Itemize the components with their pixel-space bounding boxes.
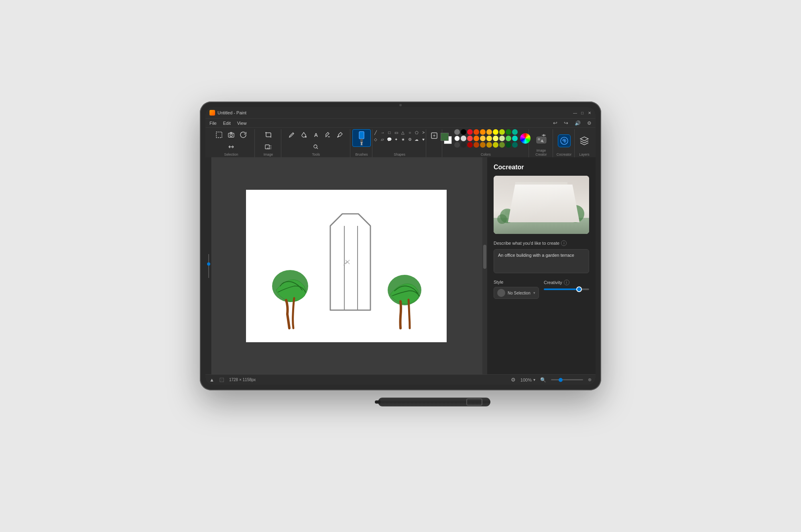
creativity-info-icon[interactable]: i (564, 280, 569, 285)
style-chevron-icon: ▾ (533, 291, 535, 295)
status-settings-icon[interactable]: ⚙ (511, 377, 516, 383)
vertical-scroll-thumb[interactable] (483, 245, 486, 269)
sound-button[interactable]: 🔊 (575, 120, 581, 126)
close-button[interactable]: ✕ (588, 111, 592, 115)
chevron-shape[interactable]: > (420, 129, 427, 136)
color-cyan[interactable] (512, 136, 518, 141)
color-lime[interactable] (499, 129, 505, 135)
menu-file[interactable]: File (209, 121, 217, 126)
color-dark-orange[interactable] (474, 142, 479, 148)
color-dark-lime[interactable] (493, 142, 498, 148)
maximize-button[interactable]: □ (580, 111, 584, 115)
brush-button[interactable] (352, 129, 371, 147)
magnify-button[interactable] (310, 141, 321, 152)
prompt-input[interactable]: An office building with a garden terrace (494, 249, 589, 273)
zoom-dropdown-button[interactable]: ▾ (533, 378, 535, 382)
color-olive[interactable] (486, 142, 492, 148)
cocreator-label: Cocreator (556, 152, 572, 157)
color-light-orange[interactable] (474, 136, 479, 141)
pencil-button[interactable] (286, 129, 297, 140)
color-white[interactable] (454, 136, 460, 141)
color-light-yellow[interactable] (486, 136, 492, 141)
drawing-canvas[interactable] (246, 190, 447, 342)
roundrect-shape[interactable]: ▭ (393, 129, 399, 136)
color-yellow[interactable] (493, 129, 498, 135)
gear-shape[interactable]: ⚙ (407, 136, 413, 142)
select-rect-button[interactable] (213, 129, 225, 140)
text-button[interactable]: A (310, 129, 321, 140)
color-dark-gray[interactable] (454, 142, 460, 148)
describe-info-icon[interactable]: i (561, 240, 567, 246)
zoom-slider[interactable] (551, 379, 583, 380)
select-camera-button[interactable] (226, 129, 237, 140)
selection-label: Selection (210, 152, 252, 157)
image-creator-icon[interactable] (535, 133, 548, 146)
cloud-shape[interactable]: ☁ (413, 136, 420, 142)
layers-icon[interactable] (578, 134, 591, 147)
color-dark-teal[interactable] (512, 142, 518, 148)
vertical-scrollbar[interactable] (482, 157, 487, 374)
outline-button[interactable] (429, 130, 440, 141)
color-light-red[interactable] (467, 136, 473, 141)
heart-shape[interactable]: ♥ (420, 136, 427, 142)
triangle-shape[interactable]: △ (400, 129, 406, 136)
redo-button[interactable]: ↪ (564, 120, 568, 126)
menu-view[interactable]: View (237, 121, 247, 126)
diamond-shape[interactable]: ◇ (372, 136, 379, 142)
color-teal[interactable] (512, 129, 518, 135)
line-shape[interactable]: ╱ (372, 129, 379, 136)
settings-button[interactable]: ⚙ (587, 120, 592, 126)
color-light-gray[interactable] (461, 136, 466, 141)
color-pale-yellow[interactable] (493, 136, 498, 141)
image-group: Image (256, 129, 281, 157)
bucket-button[interactable] (298, 129, 309, 140)
parallelogram-shape[interactable]: ▱ (379, 136, 386, 142)
color-gold[interactable] (480, 136, 486, 141)
ellipse-shape[interactable]: ○ (407, 129, 413, 136)
eraser-button[interactable] (322, 129, 333, 140)
zoom-in-icon[interactable]: ⊕ (588, 377, 592, 382)
color-dark-red[interactable] (467, 142, 473, 148)
svg-point-4 (305, 136, 307, 138)
resize-button[interactable] (226, 141, 237, 152)
menu-edit[interactable]: Edit (223, 121, 231, 126)
color-darker-gray[interactable] (461, 142, 466, 148)
tool-buttons: A (285, 129, 348, 152)
undo-button[interactable]: ↩ (553, 120, 557, 126)
color-gray[interactable] (454, 129, 460, 135)
color-light-green[interactable] (506, 136, 511, 141)
minimize-button[interactable]: — (573, 111, 577, 115)
color-orange[interactable] (480, 129, 486, 135)
callout-shape[interactable]: 💬 (386, 136, 392, 142)
svg-point-2 (230, 134, 232, 136)
color-green[interactable] (506, 129, 511, 135)
shapes-label: Shapes (376, 152, 423, 157)
eyedropper-button[interactable] (334, 129, 346, 140)
arrow-shape[interactable]: → (379, 129, 386, 136)
color-picker-button[interactable] (520, 133, 531, 144)
svg-rect-28 (537, 190, 547, 197)
color-black[interactable] (461, 129, 466, 135)
zoom-out-icon[interactable]: 🔍 (540, 377, 546, 383)
color-yellow-orange[interactable] (486, 129, 492, 135)
rect-shape[interactable]: □ (386, 129, 392, 136)
pentagon-shape[interactable]: ⬠ (413, 129, 420, 136)
app-icon (209, 110, 215, 116)
color-pale-lime[interactable] (499, 136, 505, 141)
style-dropdown[interactable]: No Selection ▾ (494, 287, 539, 299)
rotate-button[interactable] (238, 129, 249, 140)
color-olive-green[interactable] (499, 142, 505, 148)
creativity-slider[interactable] (544, 288, 589, 290)
crop-button[interactable] (262, 129, 274, 140)
color-dark-yellow[interactable] (480, 142, 486, 148)
stylus-tip (375, 400, 380, 404)
color-orange-red[interactable] (474, 129, 479, 135)
describe-label: Describe what you'd like to create i (494, 240, 589, 246)
cocreator-icon[interactable] (558, 134, 571, 147)
star4-shape[interactable]: ✦ (393, 136, 399, 142)
star-shape[interactable]: ★ (400, 136, 406, 142)
canvas-area[interactable] (205, 157, 487, 374)
image-resize-button[interactable] (262, 141, 274, 152)
color-red[interactable] (467, 129, 473, 135)
color-dark-green[interactable] (506, 142, 511, 148)
